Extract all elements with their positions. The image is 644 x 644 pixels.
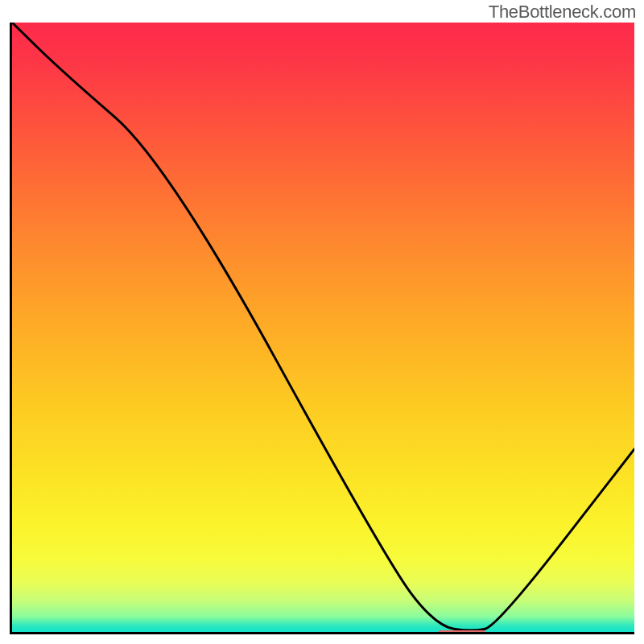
watermark-text: TheBottleneck.com (489, 2, 636, 23)
plot-area (10, 23, 634, 634)
optimal-marker (437, 630, 487, 634)
bottleneck-curve (12, 23, 634, 632)
